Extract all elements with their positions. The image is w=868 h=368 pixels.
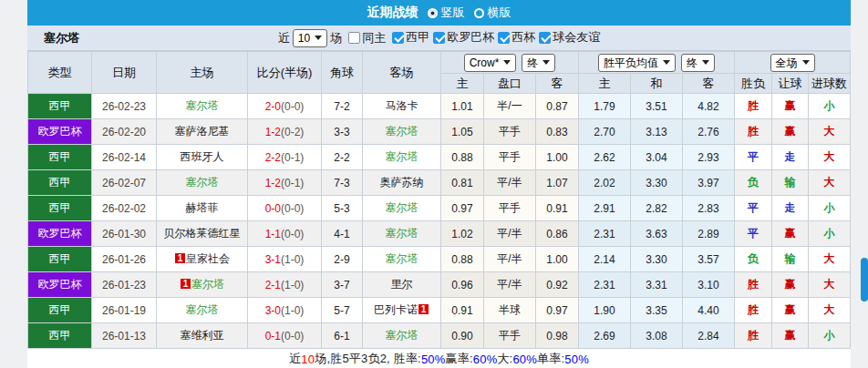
away-team: 巴列卡诺1 — [363, 298, 441, 323]
col-header-corner: 角球 — [322, 52, 363, 94]
league-filter-checkbox[interactable]: 球会友谊 — [539, 29, 600, 46]
score: 2-0(0-0) — [248, 94, 322, 119]
view-option-horizontal[interactable]: 横版 — [474, 5, 512, 21]
result-wdl: 胜 — [735, 323, 772, 349]
match-date: 26-02-14 — [92, 145, 157, 170]
summary-segment: 近 — [289, 351, 301, 367]
odds-away: 0.92 — [536, 272, 579, 298]
odds-time-select[interactable]: 终 — [522, 54, 555, 72]
avg-win: 1.90 — [579, 298, 631, 323]
sub-header-handicap: 盘口 — [484, 74, 536, 94]
avg-odds-select[interactable]: 胜平负均值 — [598, 54, 676, 72]
avg-draw: 3.08 — [631, 323, 683, 349]
odds-away: 1.00 — [536, 145, 579, 170]
avg-odds-value: 胜平负均值 — [604, 56, 658, 69]
avg-lose: 2.76 — [683, 119, 735, 145]
summary-segment: 50% — [564, 353, 589, 366]
away-team: 马洛卡 — [363, 94, 441, 119]
avg-draw: 3.51 — [631, 94, 683, 119]
corner-score: 7-2 — [322, 94, 363, 119]
table-row: 西甲26-01-261皇家社会3-1(1-0)2-9塞尔塔0.88平/半1.00… — [28, 247, 851, 272]
avg-lose: 4.40 — [683, 298, 735, 323]
filter-controls: 近 10 场 同主 西甲欧罗巴杯西杯球会友谊 — [278, 29, 600, 47]
table-row: 西甲26-02-14西班牙人2-2(0-1)2-2塞尔塔0.88平手1.002.… — [28, 145, 851, 170]
avg-time-value: 终 — [687, 56, 698, 69]
team-name-text: 西班牙人 — [181, 150, 224, 163]
result-wdl: 平 — [735, 145, 772, 170]
match-date: 26-02-02 — [92, 196, 157, 221]
table-row: 西甲26-01-13塞维利亚0-1(0-0)6-1塞尔塔0.90平手0.982.… — [28, 323, 851, 349]
avg-lose: 2.89 — [683, 221, 735, 247]
league-badge: 欧罗巴杯 — [28, 119, 92, 145]
match-date: 26-01-26 — [92, 247, 157, 272]
home-team: 塞尔塔 — [157, 298, 248, 323]
radio-unselected-icon — [474, 8, 484, 18]
halftime-score: (0-1) — [281, 177, 304, 189]
col-header-away: 客场 — [363, 52, 441, 94]
away-team: 塞尔塔 — [363, 196, 441, 221]
away-team: 塞尔塔 — [363, 247, 441, 272]
team-name-text: 里尔 — [391, 278, 413, 291]
result-wdl: 负 — [735, 247, 772, 272]
league-badge: 西甲 — [28, 94, 92, 119]
odds-home: 0.96 — [441, 272, 484, 298]
match-count-select[interactable]: 10 — [293, 29, 327, 47]
summary-segment: 10 — [301, 353, 315, 366]
col-header-score: 比分(半场) — [248, 52, 322, 94]
league-filter-checkbox[interactable]: 欧罗巴杯 — [433, 29, 494, 46]
halftime-score: (1-0) — [281, 304, 304, 317]
fulltime-score: 2-0 — [265, 100, 281, 113]
checkbox-unchecked-icon — [348, 32, 360, 44]
avg-win: 2.91 — [579, 196, 631, 221]
result-wdl: 平 — [735, 221, 772, 247]
odds-source-select[interactable]: Crow* — [464, 54, 517, 72]
avg-draw: 3.04 — [631, 145, 683, 170]
league-badge: 欧罗巴杯 — [28, 221, 92, 247]
odds-handicap: 平/半 — [484, 247, 536, 272]
same-home-checkbox[interactable]: 同主 — [348, 30, 386, 46]
odds-handicap: 平/半 — [484, 272, 536, 298]
corner-score: 5-7 — [322, 298, 363, 323]
score: 1-1(0-0) — [248, 221, 322, 247]
halftime-score: (1-0) — [281, 279, 304, 291]
view-option-vertical[interactable]: 竖版 — [428, 5, 465, 21]
sub-header-odds-away: 客 — [536, 74, 579, 94]
halftime-score: (0-0) — [281, 100, 304, 113]
scope-select[interactable]: 全场 — [770, 54, 815, 72]
scrollbar-thumb[interactable] — [861, 258, 868, 302]
summary-segment: 赢率: — [446, 351, 473, 367]
league-filter-label: 球会友谊 — [553, 29, 600, 46]
view-option-label: 竖版 — [441, 5, 465, 21]
avg-draw: 2.82 — [631, 196, 683, 221]
home-team: 赫塔菲 — [157, 196, 248, 221]
summary-segment: 60% — [473, 353, 498, 366]
home-team: 塞萨洛尼基 — [157, 119, 248, 145]
avg-lose: 2.93 — [683, 145, 735, 170]
home-team: 西班牙人 — [157, 145, 248, 170]
red-card-badge: 1 — [418, 304, 429, 314]
red-card-badge: 1 — [181, 279, 191, 289]
avg-draw: 3.31 — [631, 272, 683, 298]
odds-home: 0.91 — [441, 298, 484, 323]
summary-segment: 大: — [497, 351, 512, 367]
match-date: 26-02-23 — [92, 94, 157, 119]
odds-home: 0.81 — [441, 170, 484, 196]
table-row: 西甲26-02-07塞尔塔1-2(0-1)7-3奥萨苏纳0.81平/半1.072… — [28, 170, 851, 196]
avg-time-select[interactable]: 终 — [681, 54, 715, 72]
sub-header-result-handicap: 让球 — [772, 74, 809, 94]
table-row: 西甲26-02-23塞尔塔2-0(0-0)7-2马洛卡1.01半/一0.871.… — [28, 94, 851, 119]
fulltime-score: 3-1 — [265, 253, 281, 266]
odds-handicap: 平/半 — [484, 221, 536, 247]
odds-away: 0.87 — [536, 94, 579, 119]
sub-header-avg-win: 主 — [579, 74, 631, 94]
odds-handicap: 半球 — [484, 298, 536, 323]
corner-score: 4-1 — [322, 221, 363, 247]
fulltime-score: 0-0 — [265, 202, 281, 215]
team-name-text: 塞维利亚 — [181, 329, 224, 342]
result-goals: 小 — [809, 94, 851, 119]
league-filter-checkbox[interactable]: 西甲 — [392, 29, 429, 46]
avg-win: 2.69 — [579, 323, 631, 349]
table-row: 欧罗巴杯26-02-20塞萨洛尼基1-2(0-2)3-3塞尔塔1.05平手0.8… — [28, 119, 851, 145]
halftime-score: (1-0) — [281, 253, 304, 266]
league-filter-checkbox[interactable]: 西杯 — [498, 29, 535, 46]
